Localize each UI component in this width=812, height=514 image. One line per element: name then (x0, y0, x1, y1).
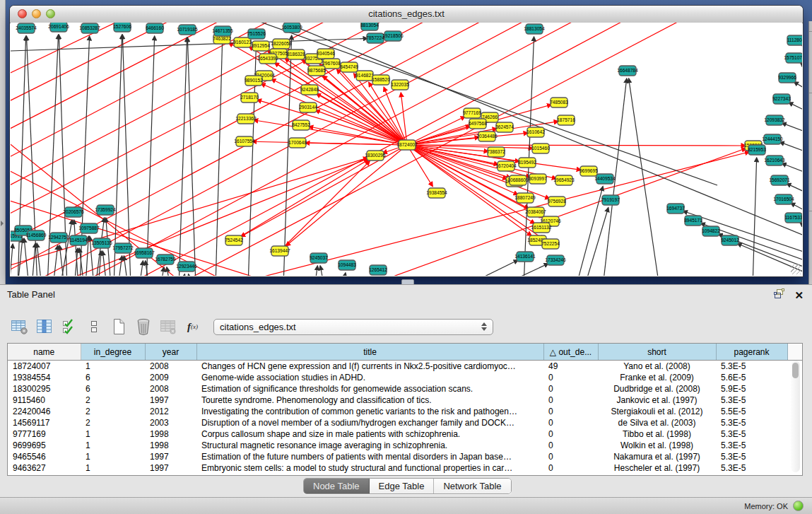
table-cell[interactable]: de Silva et al. (2003) (598, 417, 716, 428)
delete-table-button[interactable] (158, 317, 177, 337)
table-cell[interactable]: 2003 (145, 417, 196, 428)
graph-node[interactable]: 9242848 (300, 85, 319, 95)
graph-node[interactable]: 7386372 (487, 147, 505, 157)
table-cell[interactable]: 18724007 (8, 361, 81, 373)
table-cell[interactable]: 9465546 (8, 451, 81, 462)
tab-edge-table[interactable]: Edge Table (370, 479, 435, 493)
table-cell[interactable]: Wolkin et al. (1998) (598, 440, 716, 451)
graph-node[interactable]: 20364486 (476, 132, 498, 141)
table-cell[interactable]: 5.3E-5 (716, 462, 787, 474)
table-cell[interactable]: 2 (81, 417, 145, 428)
column-header-out_de[interactable]: △ out_de... (543, 344, 598, 361)
graph-node[interactable]: 1094822 (702, 226, 720, 236)
graph-node[interactable]: 9777169 (463, 108, 481, 118)
table-cell[interactable]: 2 (81, 395, 145, 406)
graph-node[interactable]: 18724007 (396, 140, 418, 150)
table-cell[interactable]: Estimation of the future numbers of pati… (196, 451, 543, 462)
table-cell[interactable]: Dudbridge et al. (2008) (598, 383, 716, 395)
graph-node[interactable]: 8454749 (340, 62, 358, 72)
graph-node[interactable]: 17016504 (773, 194, 794, 204)
table-cell[interactable]: 5.3E-5 (716, 440, 787, 451)
graph-node[interactable]: 9756928 (548, 197, 566, 206)
table-cell[interactable]: 1 (81, 440, 145, 451)
graph-node[interactable]: 16210643 (764, 156, 785, 165)
table-cell[interactable]: Jankovic et al. (1997) (598, 395, 716, 406)
table-cell[interactable]: Yano et al. (2008) (598, 361, 716, 373)
graph-node[interactable]: 1015460 (531, 144, 550, 153)
graph-node[interactable]: 19384554 (426, 188, 447, 198)
table-cell[interactable]: 14569117 (8, 417, 81, 428)
graph-node[interactable]: 8195492 (518, 158, 536, 168)
graph-node[interactable]: 9699695 (579, 166, 598, 176)
graph-node[interactable]: 13505135 (91, 238, 112, 248)
citation-network-graph[interactable]: 1872400718300295193845547524542161394477… (11, 23, 802, 276)
table-cell[interactable]: 5.3E-5 (716, 428, 787, 440)
table-cell[interactable]: Changes of HCN gene expression and I(f) … (196, 361, 543, 373)
window-resize-grip[interactable] (791, 264, 801, 274)
graph-node[interactable]: 8215953 (748, 145, 766, 155)
graph-node[interactable]: 6497568 (469, 119, 487, 129)
left-panel-divider[interactable] (0, 0, 6, 284)
table-cell[interactable]: Estimation of significance thresholds fo… (196, 383, 543, 395)
graph-node[interactable]: 16053809 (281, 23, 302, 33)
graph-node[interactable]: 8912954 (252, 41, 270, 51)
table-cell[interactable]: 1 (81, 428, 145, 440)
table-cell[interactable]: Disruption of a novel member of a sodium… (196, 417, 543, 428)
graph-node[interactable]: 16958167 (134, 248, 155, 258)
table-cell[interactable]: 9777169 (8, 428, 81, 440)
table-cell[interactable]: 0 (543, 406, 598, 417)
close-window-button[interactable] (18, 9, 27, 18)
table-cell[interactable]: Tourette syndrome. Phenomenology and cla… (196, 395, 543, 406)
table-cell[interactable]: 6 (81, 372, 145, 383)
graph-node[interactable]: 1167533 (784, 213, 802, 223)
graph-node[interactable]: 12444150 (762, 134, 783, 144)
table-cell[interactable]: Hescheler et al. (1997) (598, 462, 716, 474)
graph-node[interactable]: 18813054 (524, 24, 545, 34)
graph-node[interactable]: 1145194 (69, 235, 88, 245)
table-cell[interactable]: 9699695 (8, 440, 81, 451)
table-cell[interactable]: 5.6E-5 (716, 372, 787, 383)
table-selector-dropdown[interactable]: citations_edges.txt (213, 319, 493, 335)
table-cell[interactable]: 5.9E-5 (716, 383, 787, 395)
column-header-year[interactable]: year (145, 344, 196, 361)
graph-node[interactable]: 9245037 (310, 253, 328, 263)
table-row[interactable]: 1872400712008Changes of HCN gene express… (8, 361, 802, 373)
graph-node[interactable]: 10688609 (507, 175, 529, 185)
table-cell[interactable]: 2 (81, 406, 145, 417)
table-cell[interactable]: Structural magnetic resonance image aver… (196, 440, 543, 451)
graph-node[interactable]: 16139447 (269, 246, 290, 256)
graph-node[interactable]: 11456869 (26, 230, 47, 240)
table-row[interactable]: 911546021997Tourette syndrome. Phenomeno… (8, 395, 802, 406)
graph-node[interactable]: 9890152 (245, 76, 263, 86)
table-row[interactable]: 1938455462009Genome-wide association stu… (8, 372, 802, 383)
graph-node[interactable]: 1700648 (288, 138, 307, 148)
tab-node-table[interactable]: Node Table (304, 479, 370, 493)
table-cell[interactable]: 1997 (145, 451, 196, 462)
table-cell[interactable]: 0 (543, 417, 598, 428)
graph-node[interactable]: 7524542 (225, 235, 243, 245)
table-cell[interactable]: Nakamura et al. (1997) (598, 451, 716, 462)
graph-node[interactable]: 8813054 (360, 23, 379, 30)
table-cell[interactable]: 0 (543, 372, 598, 383)
graph-node[interactable]: 9340546 (317, 49, 335, 59)
table-cell[interactable]: 5.3E-5 (716, 361, 787, 373)
table-cell[interactable]: Corpus callosum shape and size in male p… (196, 428, 543, 440)
graph-node[interactable]: 7522254 (541, 239, 560, 249)
close-panel-icon[interactable]: ✕ (794, 290, 804, 301)
table-cell[interactable]: 5.3E-5 (716, 395, 787, 406)
table-cell[interactable]: 6 (81, 383, 145, 395)
table-cell[interactable]: 0 (543, 428, 598, 440)
table-cell[interactable]: 2009 (145, 372, 196, 383)
select-columns-button[interactable] (59, 317, 78, 337)
table-row[interactable]: 946554611997Estimation of the future num… (8, 451, 802, 462)
graph-node[interactable]: 20206576 (63, 207, 84, 217)
table-cell[interactable]: 1998 (145, 440, 196, 451)
graph-node[interactable]: 12942757 (48, 233, 69, 243)
graph-node[interactable]: 16782759 (155, 255, 176, 264)
column-header-title[interactable]: title (196, 344, 543, 361)
table-row[interactable]: 977716911998Corpus callosum shape and si… (8, 428, 802, 440)
graph-node[interactable]: 1610642 (526, 127, 545, 137)
table-cell[interactable]: 2012 (145, 406, 196, 417)
graph-node[interactable]: 9227343 (772, 94, 791, 104)
graph-node[interactable]: 15692071 (769, 175, 790, 185)
